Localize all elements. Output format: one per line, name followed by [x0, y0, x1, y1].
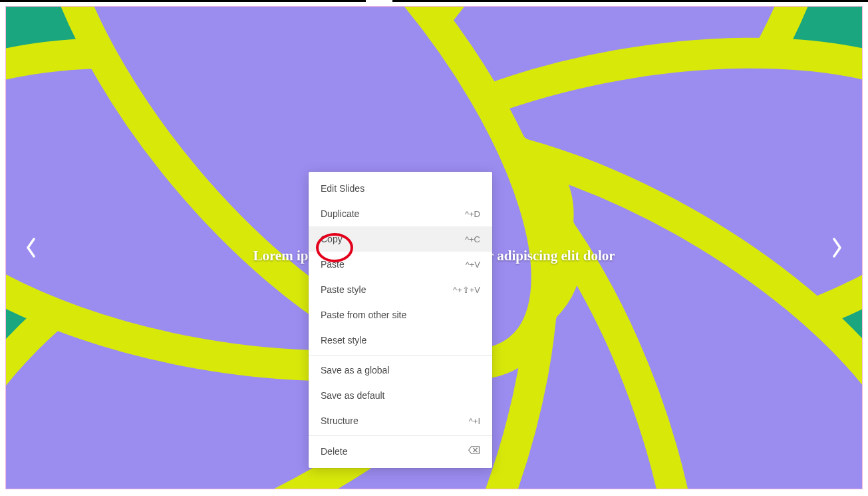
context-menu: Edit Slides Duplicate ^+D Copy ^+C Paste…: [309, 172, 492, 468]
menu-item-label: Save as default: [321, 390, 385, 401]
editor-canvas-frame: Heading Lorem ipsum dolor sit amet, cons…: [5, 6, 863, 489]
slide-canvas[interactable]: Heading Lorem ipsum dolor sit amet, cons…: [6, 7, 862, 489]
prev-slide-button[interactable]: [18, 230, 45, 266]
menu-item-duplicate[interactable]: Duplicate ^+D: [309, 201, 492, 226]
menu-item-edit-slides[interactable]: Edit Slides: [309, 176, 492, 201]
menu-item-paste-from-other-site[interactable]: Paste from other site: [309, 302, 492, 328]
menu-item-structure[interactable]: Structure ^+I: [309, 408, 492, 433]
menu-item-shortcut: ^+D: [465, 209, 480, 219]
chevron-left-icon: [25, 236, 38, 259]
chevron-right-icon: [830, 236, 843, 259]
menu-item-label: Copy: [321, 234, 343, 244]
next-slide-button[interactable]: [823, 230, 850, 266]
menu-separator: [309, 355, 492, 356]
window-top-bar: [0, 0, 868, 2]
menu-item-label: Save as a global: [321, 365, 390, 375]
menu-item-shortcut: ^+C: [465, 234, 480, 244]
menu-item-label: Edit Slides: [321, 183, 364, 194]
menu-item-label: Duplicate: [321, 208, 359, 219]
menu-item-paste[interactable]: Paste ^+V: [309, 252, 492, 277]
menu-item-shortcut: ^+I: [469, 416, 480, 426]
menu-item-copy[interactable]: Copy ^+C: [309, 226, 492, 252]
delete-icon: [468, 445, 480, 457]
menu-separator: [309, 435, 492, 436]
menu-item-shortcut: ^+⇧+V: [453, 285, 480, 295]
menu-item-save-as-default[interactable]: Save as default: [309, 383, 492, 408]
menu-item-delete[interactable]: Delete: [309, 438, 492, 464]
menu-item-label: Paste: [321, 259, 345, 270]
menu-item-label: Reset style: [321, 335, 366, 346]
menu-item-label: Paste from other site: [321, 310, 406, 320]
menu-item-paste-style[interactable]: Paste style ^+⇧+V: [309, 277, 492, 302]
menu-item-shortcut: ^+V: [466, 260, 480, 270]
menu-item-save-as-global[interactable]: Save as a global: [309, 358, 492, 383]
menu-item-label: Paste style: [321, 284, 366, 295]
menu-item-reset-style[interactable]: Reset style: [309, 328, 492, 353]
menu-item-label: Structure: [321, 415, 359, 426]
menu-item-label: Delete: [321, 446, 347, 457]
